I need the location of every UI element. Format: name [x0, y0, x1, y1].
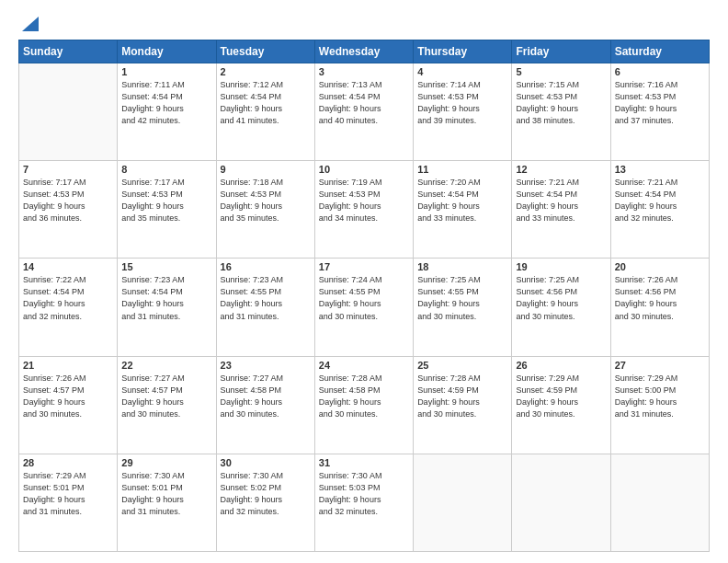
day-info: Sunrise: 7:26 AM Sunset: 4:56 PM Dayligh… — [615, 274, 705, 322]
day-info: Sunrise: 7:17 AM Sunset: 4:53 PM Dayligh… — [121, 177, 211, 224]
calendar-cell: 2Sunrise: 7:12 AM Sunset: 4:54 PM Daylig… — [216, 63, 314, 161]
day-info: Sunrise: 7:22 AM Sunset: 4:54 PM Dayligh… — [23, 274, 113, 322]
day-info: Sunrise: 7:30 AM Sunset: 5:01 PM Dayligh… — [121, 470, 211, 518]
day-info: Sunrise: 7:20 AM Sunset: 4:54 PM Dayligh… — [417, 177, 507, 224]
calendar-cell: 25Sunrise: 7:28 AM Sunset: 4:59 PM Dayli… — [414, 356, 512, 454]
weekday-header-tuesday: Tuesday — [216, 40, 314, 63]
day-info: Sunrise: 7:24 AM Sunset: 4:55 PM Dayligh… — [319, 274, 409, 322]
calendar-cell: 24Sunrise: 7:28 AM Sunset: 4:58 PM Dayli… — [314, 356, 413, 454]
calendar-table: SundayMondayTuesdayWednesdayThursdayFrid… — [18, 40, 710, 552]
day-info: Sunrise: 7:11 AM Sunset: 4:54 PM Dayligh… — [121, 79, 211, 127]
day-info: Sunrise: 7:14 AM Sunset: 4:53 PM Dayligh… — [417, 79, 507, 127]
day-number: 27 — [615, 360, 705, 371]
day-number: 10 — [319, 164, 409, 175]
day-info: Sunrise: 7:30 AM Sunset: 5:02 PM Dayligh… — [221, 470, 311, 518]
day-number: 3 — [319, 66, 409, 77]
day-number: 1 — [121, 66, 211, 77]
day-number: 16 — [221, 261, 311, 272]
day-number: 2 — [221, 66, 311, 77]
weekday-header-wednesday: Wednesday — [314, 40, 413, 63]
day-number: 6 — [615, 66, 705, 77]
calendar-week-row: 14Sunrise: 7:22 AM Sunset: 4:54 PM Dayli… — [19, 259, 710, 356]
calendar-cell: 31Sunrise: 7:30 AM Sunset: 5:03 PM Dayli… — [314, 454, 413, 551]
calendar-cell — [610, 454, 709, 551]
calendar-cell: 27Sunrise: 7:29 AM Sunset: 5:00 PM Dayli… — [610, 356, 709, 454]
calendar-cell: 18Sunrise: 7:25 AM Sunset: 4:55 PM Dayli… — [414, 259, 512, 356]
day-number: 24 — [319, 360, 409, 371]
calendar-cell: 29Sunrise: 7:30 AM Sunset: 5:01 PM Dayli… — [118, 454, 216, 551]
day-number: 19 — [516, 261, 606, 272]
day-info: Sunrise: 7:12 AM Sunset: 4:54 PM Dayligh… — [221, 79, 311, 127]
day-number: 5 — [516, 66, 606, 77]
day-info: Sunrise: 7:29 AM Sunset: 5:01 PM Dayligh… — [23, 470, 113, 518]
calendar-cell: 8Sunrise: 7:17 AM Sunset: 4:53 PM Daylig… — [118, 161, 216, 259]
day-number: 20 — [615, 261, 705, 272]
calendar-cell — [512, 454, 610, 551]
weekday-header-saturday: Saturday — [610, 40, 709, 63]
calendar-cell: 21Sunrise: 7:26 AM Sunset: 4:57 PM Dayli… — [19, 356, 118, 454]
day-number: 23 — [221, 360, 311, 371]
day-info: Sunrise: 7:26 AM Sunset: 4:57 PM Dayligh… — [23, 373, 113, 420]
day-number: 13 — [615, 164, 705, 175]
day-info: Sunrise: 7:29 AM Sunset: 4:59 PM Dayligh… — [516, 373, 606, 420]
day-info: Sunrise: 7:28 AM Sunset: 4:59 PM Dayligh… — [417, 373, 507, 420]
weekday-header-row: SundayMondayTuesdayWednesdayThursdayFrid… — [19, 40, 710, 63]
page: SundayMondayTuesdayWednesdayThursdayFrid… — [0, 0, 728, 563]
calendar-cell: 3Sunrise: 7:13 AM Sunset: 4:54 PM Daylig… — [314, 63, 413, 161]
calendar-cell: 13Sunrise: 7:21 AM Sunset: 4:54 PM Dayli… — [610, 161, 709, 259]
calendar-cell: 1Sunrise: 7:11 AM Sunset: 4:54 PM Daylig… — [118, 63, 216, 161]
day-number: 30 — [221, 457, 311, 468]
calendar-cell: 30Sunrise: 7:30 AM Sunset: 5:02 PM Dayli… — [216, 454, 314, 551]
calendar-cell: 10Sunrise: 7:19 AM Sunset: 4:53 PM Dayli… — [314, 161, 413, 259]
calendar-cell: 16Sunrise: 7:23 AM Sunset: 4:55 PM Dayli… — [216, 259, 314, 356]
day-number: 31 — [319, 457, 409, 468]
weekday-header-thursday: Thursday — [414, 40, 512, 63]
day-number: 11 — [417, 164, 507, 175]
calendar-week-row: 7Sunrise: 7:17 AM Sunset: 4:53 PM Daylig… — [19, 161, 710, 259]
calendar-week-row: 28Sunrise: 7:29 AM Sunset: 5:01 PM Dayli… — [19, 454, 710, 551]
calendar-cell: 14Sunrise: 7:22 AM Sunset: 4:54 PM Dayli… — [19, 259, 118, 356]
day-info: Sunrise: 7:27 AM Sunset: 4:58 PM Dayligh… — [221, 373, 311, 420]
day-info: Sunrise: 7:17 AM Sunset: 4:53 PM Dayligh… — [23, 177, 113, 224]
calendar-cell: 6Sunrise: 7:16 AM Sunset: 4:53 PM Daylig… — [610, 63, 709, 161]
day-number: 21 — [23, 360, 113, 371]
calendar-cell: 12Sunrise: 7:21 AM Sunset: 4:54 PM Dayli… — [512, 161, 610, 259]
day-info: Sunrise: 7:29 AM Sunset: 5:00 PM Dayligh… — [615, 373, 705, 420]
calendar-cell: 5Sunrise: 7:15 AM Sunset: 4:53 PM Daylig… — [512, 63, 610, 161]
day-number: 26 — [516, 360, 606, 371]
day-number: 12 — [516, 164, 606, 175]
calendar-cell: 20Sunrise: 7:26 AM Sunset: 4:56 PM Dayli… — [610, 259, 709, 356]
day-number: 17 — [319, 261, 409, 272]
day-info: Sunrise: 7:27 AM Sunset: 4:57 PM Dayligh… — [121, 373, 211, 420]
day-number: 22 — [121, 360, 211, 371]
day-number: 29 — [121, 457, 211, 468]
calendar-cell: 19Sunrise: 7:25 AM Sunset: 4:56 PM Dayli… — [512, 259, 610, 356]
day-info: Sunrise: 7:25 AM Sunset: 4:55 PM Dayligh… — [417, 274, 507, 322]
day-info: Sunrise: 7:21 AM Sunset: 4:54 PM Dayligh… — [516, 177, 606, 224]
day-info: Sunrise: 7:25 AM Sunset: 4:56 PM Dayligh… — [516, 274, 606, 322]
day-number: 25 — [417, 360, 507, 371]
calendar-cell: 17Sunrise: 7:24 AM Sunset: 4:55 PM Dayli… — [314, 259, 413, 356]
day-number: 8 — [121, 164, 211, 175]
day-info: Sunrise: 7:16 AM Sunset: 4:53 PM Dayligh… — [615, 79, 705, 127]
day-info: Sunrise: 7:19 AM Sunset: 4:53 PM Dayligh… — [319, 177, 409, 224]
calendar-cell: 7Sunrise: 7:17 AM Sunset: 4:53 PM Daylig… — [19, 161, 118, 259]
calendar-cell: 9Sunrise: 7:18 AM Sunset: 4:53 PM Daylig… — [216, 161, 314, 259]
calendar-cell: 28Sunrise: 7:29 AM Sunset: 5:01 PM Dayli… — [19, 454, 118, 551]
calendar-cell — [19, 63, 118, 161]
calendar-week-row: 1Sunrise: 7:11 AM Sunset: 4:54 PM Daylig… — [19, 63, 710, 161]
calendar-cell: 11Sunrise: 7:20 AM Sunset: 4:54 PM Dayli… — [414, 161, 512, 259]
day-info: Sunrise: 7:23 AM Sunset: 4:55 PM Dayligh… — [221, 274, 311, 322]
weekday-header-sunday: Sunday — [19, 40, 118, 63]
calendar-week-row: 21Sunrise: 7:26 AM Sunset: 4:57 PM Dayli… — [19, 356, 710, 454]
header — [18, 15, 710, 32]
logo-icon — [22, 17, 39, 31]
day-number: 14 — [23, 261, 113, 272]
day-info: Sunrise: 7:18 AM Sunset: 4:53 PM Dayligh… — [221, 177, 311, 224]
day-info: Sunrise: 7:28 AM Sunset: 4:58 PM Dayligh… — [319, 373, 409, 420]
calendar-cell: 23Sunrise: 7:27 AM Sunset: 4:58 PM Dayli… — [216, 356, 314, 454]
calendar-cell: 22Sunrise: 7:27 AM Sunset: 4:57 PM Dayli… — [118, 356, 216, 454]
svg-marker-0 — [22, 17, 39, 31]
calendar-cell: 15Sunrise: 7:23 AM Sunset: 4:54 PM Dayli… — [118, 259, 216, 356]
day-number: 15 — [121, 261, 211, 272]
